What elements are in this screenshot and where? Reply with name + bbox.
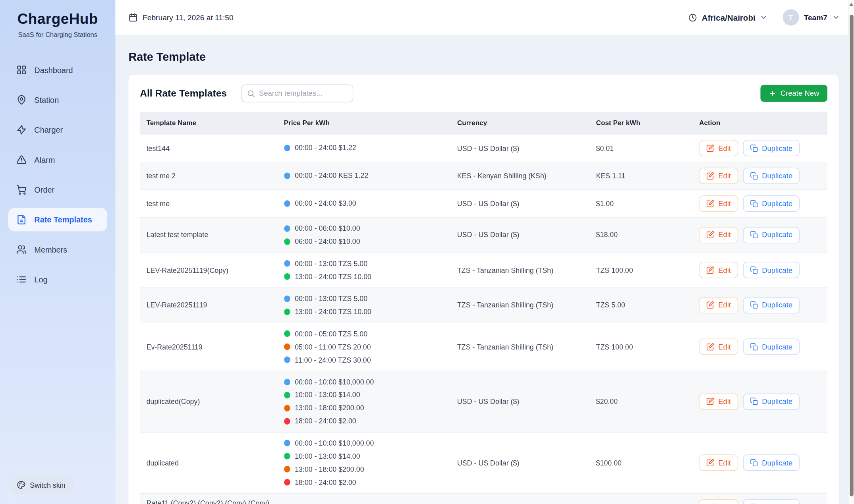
switch-skin-button[interactable]: Switch skin	[8, 476, 74, 494]
app: ChargeHub SaaS for Charging Stations Das…	[0, 0, 854, 504]
currency-cell: USD - US Dollar ($)	[450, 432, 589, 493]
duplicate-label: Duplicate	[762, 301, 792, 309]
clock-icon	[688, 13, 697, 22]
sidebar-item-order[interactable]: Order	[8, 178, 107, 201]
page-title: Rate Template	[128, 50, 839, 64]
period-color-dot-red	[284, 418, 290, 424]
actions-cell: EditDuplicate	[693, 190, 827, 218]
sidebar-item-rate-templates[interactable]: Rate Templates	[8, 208, 107, 231]
cost-per-kwh-cell: $100.00	[589, 432, 693, 493]
user-menu[interactable]: T Team7	[783, 9, 840, 25]
duplicate-button[interactable]: Duplicate	[743, 297, 800, 313]
timezone-label: Africa/Nairobi	[702, 13, 755, 22]
edit-button[interactable]: Edit	[699, 455, 738, 471]
timezone-selector[interactable]: Africa/Nairobi	[688, 13, 767, 22]
price-period: 18:00 - 24:00 $2.00	[284, 477, 444, 488]
edit-button[interactable]: Edit	[699, 168, 738, 184]
column-header: Action	[693, 112, 827, 134]
current-datetime: February 11, 2026 at 11:50	[143, 13, 234, 22]
edit-button[interactable]: Edit	[699, 140, 738, 156]
price-period: 10:00 - 13:00 $14.00	[284, 390, 444, 400]
edit-button[interactable]: Edit	[699, 393, 738, 409]
sidebar-item-dashboard[interactable]: Dashboard	[8, 58, 107, 82]
edit-button[interactable]: Edit	[699, 195, 738, 212]
file-text-icon	[16, 214, 27, 225]
cost-per-kwh-cell: $0.01	[589, 134, 693, 162]
period-color-dot-green	[284, 330, 290, 337]
duplicate-button[interactable]: Duplicate	[743, 140, 800, 156]
price-period: 00:00 - 10:00 $10,000.00	[284, 438, 444, 448]
actions-cell: EditDuplicate	[693, 162, 827, 190]
price-per-kwh-cell: 00:00 - 10:00 $10,000.0010:00 - 13:00 $1…	[277, 371, 450, 432]
period-label: 13:00 - 24:00 TZS 10.00	[295, 307, 371, 317]
table-row: test me00:00 - 24:00 $3.00USD - US Dolla…	[140, 190, 827, 218]
edit-button[interactable]: Edit	[699, 499, 738, 504]
duplicate-button[interactable]: Duplicate	[743, 227, 800, 243]
edit-button[interactable]: Edit	[699, 297, 738, 313]
sidebar-item-station[interactable]: Station	[8, 88, 107, 112]
calendar-icon	[128, 13, 137, 22]
column-header: Currency	[450, 112, 589, 134]
search-icon	[246, 89, 255, 98]
price-period: 11:00 - 24:00 TZS 30.00	[284, 355, 444, 365]
cost-per-kwh-cell: $1.00	[589, 190, 693, 218]
duplicate-button[interactable]: Duplicate	[743, 499, 800, 504]
currency-cell: TZS - Tanzanian Shilling (TSh)	[450, 253, 589, 288]
edit-button[interactable]: Edit	[699, 262, 738, 278]
price-per-kwh-cell: 00:00 - 24:00 KES 1.22	[277, 162, 450, 190]
period-color-dot-blue	[284, 440, 290, 446]
template-name-cell: Latest test template	[140, 217, 277, 252]
sidebar-item-label: Alarm	[34, 155, 55, 164]
duplicate-label: Duplicate	[762, 144, 792, 152]
period-label: 00:00 - 24:00 $1.22	[295, 143, 356, 153]
period-color-dot-blue	[284, 172, 290, 179]
period-color-dot-red	[284, 479, 290, 485]
cost-per-kwh-cell: TZS 5.00	[589, 288, 693, 322]
edit-button[interactable]: Edit	[699, 339, 738, 355]
currency-cell: KES - Kenyan Shilling (KSh)	[450, 162, 589, 190]
search-input[interactable]	[241, 84, 353, 102]
period-label: 18:00 - 24:00 $2.00	[295, 416, 356, 427]
price-period: 13:00 - 24:00 TZS 10.00	[284, 271, 444, 282]
period-color-dot-orange	[284, 344, 290, 350]
duplicate-button[interactable]: Duplicate	[743, 168, 800, 184]
copy-icon	[750, 172, 758, 180]
sidebar-item-log[interactable]: Log	[8, 268, 107, 291]
scrollbar-up-arrow[interactable]	[849, 3, 854, 6]
edit-button[interactable]: Edit	[699, 227, 738, 243]
cost-per-kwh-cell: TZS 100.00	[589, 253, 693, 288]
duplicate-button[interactable]: Duplicate	[743, 455, 800, 471]
price-period: 00:00 - 24:00 KES 1.22	[284, 170, 444, 181]
price-period: 00:00 - 06:00 $10.00	[284, 223, 444, 234]
lightning-icon	[16, 125, 27, 135]
period-color-dot-blue	[284, 200, 290, 207]
panel-header: All Rate Templates Create New	[140, 84, 827, 102]
sidebar-item-label: Members	[34, 245, 67, 254]
currency-cell: TZS - Tanzanian Shilling (TSh)	[450, 288, 589, 322]
panel-heading: All Rate Templates	[140, 88, 227, 99]
period-label: 00:00 - 10:00 $10,000.00	[295, 377, 374, 387]
duplicate-button[interactable]: Duplicate	[743, 339, 800, 355]
table-row: duplicated00:00 - 10:00 $10,000.0010:00 …	[140, 432, 827, 493]
duplicate-button[interactable]: Duplicate	[743, 262, 800, 278]
period-color-dot-orange	[284, 405, 290, 411]
period-color-dot-green	[284, 392, 290, 398]
actions-cell: EditDuplicate	[693, 493, 827, 504]
period-label: 00:00 - 13:00 TZS 5.00	[295, 294, 367, 304]
scrollbar-thumb[interactable]	[850, 15, 854, 496]
price-period: 06:00 - 24:00 $10.00	[284, 236, 444, 247]
list-icon	[16, 274, 27, 285]
template-name-cell: duplicated(Copy)	[140, 371, 277, 432]
sidebar-item-charger[interactable]: Charger	[8, 118, 107, 141]
price-per-kwh-cell: 00:00 - 13:00 TZS 5.0013:00 - 24:00 TZS …	[277, 253, 450, 288]
vertical-scrollbar[interactable]	[848, 0, 854, 504]
column-header: Price Per kWh	[277, 112, 450, 134]
duplicate-button[interactable]: Duplicate	[743, 393, 800, 409]
create-new-button[interactable]: Create New	[760, 85, 827, 102]
sidebar-item-alarm[interactable]: Alarm	[8, 148, 107, 172]
copy-icon	[750, 144, 758, 152]
sidebar-item-members[interactable]: Members	[8, 238, 107, 261]
warning-triangle-icon	[16, 154, 27, 165]
period-color-dot-green	[284, 453, 290, 460]
duplicate-button[interactable]: Duplicate	[743, 195, 800, 212]
